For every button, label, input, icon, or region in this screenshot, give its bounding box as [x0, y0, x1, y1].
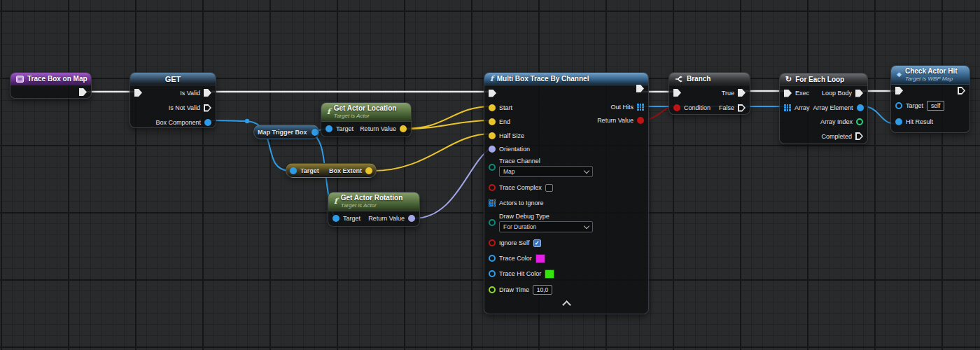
node-title: Get Actor Rotation — [341, 194, 403, 202]
draw-debug-type-pin[interactable] — [489, 219, 496, 226]
ignore-self-pin[interactable] — [489, 239, 496, 246]
reroute-node[interactable] — [245, 119, 249, 123]
variable-label: Map Trigger Box — [258, 129, 307, 136]
node-header[interactable]: Branch — [669, 73, 750, 85]
node-header[interactable]: ◆ Check Actor Hit Target is WBP Map — [891, 66, 969, 85]
trace-channel-pin[interactable] — [489, 164, 496, 171]
blueprint-graph-canvas[interactable]: Trace Box on Map GET Is Valid Is Not Val… — [0, 0, 980, 350]
pin-label-array-index: Array Index — [820, 118, 853, 125]
array-element-pin[interactable] — [857, 104, 864, 111]
array-index-pin[interactable] — [856, 118, 863, 125]
box-extent-target-pin[interactable] — [290, 167, 297, 174]
node-subtitle: Target is Actor — [334, 113, 397, 120]
node-header[interactable]: f Get Actor Rotation Target is Actor — [328, 192, 419, 211]
pin-label-trace-complex: Trace Complex — [499, 184, 542, 191]
actors-to-ignore-array-pin[interactable] — [489, 200, 496, 206]
half-size-pin[interactable] — [489, 132, 496, 139]
false-exec-out-pin[interactable] — [738, 104, 746, 112]
trace-complex-checkbox[interactable] — [545, 184, 553, 192]
target-pin[interactable] — [326, 125, 332, 132]
completed-exec-out-pin[interactable] — [855, 132, 863, 140]
node-for-each-loop[interactable]: ↻ For Each Loop Exec Loop Body Array Arr… — [779, 73, 868, 144]
pin-label-ignore-self: Ignore Self — [499, 239, 530, 246]
ignore-self-checkbox[interactable] — [533, 239, 541, 247]
exec-out-pin[interactable] — [636, 85, 644, 92]
map-trigger-box-out-pin[interactable] — [312, 129, 318, 136]
trace-channel-dropdown[interactable]: Map — [499, 166, 593, 177]
trace-hit-color-swatch[interactable] — [545, 270, 554, 279]
node-header[interactable]: f Multi Box Trace By Channel — [484, 73, 648, 85]
array-pin[interactable] — [784, 104, 791, 111]
node-header[interactable]: Trace Box on Map — [10, 73, 91, 85]
hit-result-pin[interactable] — [895, 118, 902, 125]
node-get[interactable]: GET Is Valid Is Not Valid Box Component — [130, 72, 216, 128]
pin-label-is-not-valid: Is Not Valid — [169, 104, 200, 111]
pin-label-array-element: Array Element — [813, 104, 853, 111]
exec-in-pin[interactable] — [134, 89, 142, 97]
exec-out-pin[interactable] — [958, 87, 965, 94]
orientation-pin[interactable] — [489, 146, 496, 153]
collapse-node-chevron-icon[interactable] — [562, 300, 571, 309]
function-diamond-icon: ◆ — [897, 71, 902, 78]
event-box-icon — [16, 76, 24, 83]
branch-icon — [675, 76, 683, 83]
node-title: GET — [165, 75, 181, 83]
pin-label-array: Array — [794, 104, 810, 111]
start-pin[interactable] — [489, 104, 496, 111]
condition-pin[interactable] — [673, 104, 680, 111]
node-map-trigger-box[interactable]: Map Trigger Box — [253, 125, 319, 139]
trace-color-pin[interactable] — [489, 255, 496, 262]
node-check-actor-hit[interactable]: ◆ Check Actor Hit Target is WBP Map Targ… — [890, 65, 970, 133]
pin-label-hit-result: Hit Result — [906, 118, 933, 125]
exec-in-pin[interactable] — [784, 90, 792, 97]
target-self-input[interactable]: self — [927, 101, 944, 111]
pin-label-trace-hit-color: Trace Hit Color — [499, 270, 541, 277]
pin-label-target: Target — [300, 167, 319, 174]
end-pin[interactable] — [489, 118, 496, 125]
return-value-pin[interactable] — [408, 215, 415, 222]
node-get-actor-location[interactable]: f Get Actor Location Target is Actor Tar… — [321, 102, 412, 137]
return-value-pin[interactable] — [400, 125, 407, 132]
node-header[interactable]: GET — [130, 73, 216, 85]
pin-label-trace-channel: Trace Channel — [499, 158, 593, 164]
out-hits-array-pin[interactable] — [637, 104, 644, 111]
target-pin[interactable] — [895, 102, 902, 109]
is-not-valid-exec-out-pin[interactable] — [204, 104, 211, 112]
pin-label-out-hits: Out Hits — [610, 104, 634, 111]
node-multi-box-trace-by-channel[interactable]: f Multi Box Trace By Channel Out Hits Re… — [484, 72, 649, 314]
pin-label-false: False — [719, 104, 734, 111]
node-branch[interactable]: Branch True Condition False — [668, 72, 750, 115]
pin-label-completed: Completed — [821, 133, 852, 140]
exec-out-pin[interactable] — [79, 88, 87, 96]
pin-label-is-valid: Is Valid — [180, 90, 200, 97]
return-value-pin[interactable] — [637, 117, 644, 124]
exec-in-pin[interactable] — [673, 89, 681, 97]
node-header[interactable]: f Get Actor Location Target is Actor — [321, 103, 411, 122]
draw-debug-type-value: For Duration — [503, 223, 536, 230]
pin-label-orientation: Orientation — [499, 146, 530, 153]
node-header[interactable]: ↻ For Each Loop — [780, 74, 867, 86]
target-pin[interactable] — [332, 215, 340, 222]
node-get-actor-rotation[interactable]: f Get Actor Rotation Target is Actor Tar… — [328, 192, 420, 227]
pin-label-half-size: Half Size — [499, 132, 524, 139]
node-title: Check Actor Hit — [905, 67, 958, 76]
exec-in-pin[interactable] — [895, 87, 903, 94]
exec-in-pin[interactable] — [489, 90, 496, 97]
box-component-pin[interactable] — [204, 119, 211, 126]
box-extent-out-pin[interactable] — [365, 167, 372, 174]
node-box-extent[interactable]: Target Box Extent — [286, 163, 377, 178]
pin-label-return-value: Return Value — [360, 125, 396, 132]
trace-hit-color-pin[interactable] — [489, 270, 496, 277]
trace-complex-pin[interactable] — [489, 184, 496, 191]
trace-color-swatch[interactable] — [536, 254, 545, 263]
draw-debug-type-dropdown[interactable]: For Duration — [499, 221, 593, 232]
node-trace-box-on-map[interactable]: Trace Box on Map — [10, 72, 92, 99]
function-icon: f — [490, 74, 493, 83]
pin-label-draw-time: Draw Time — [499, 286, 529, 293]
loop-body-exec-out-pin[interactable] — [855, 90, 863, 97]
pin-label-exec: Exec — [795, 90, 809, 97]
is-valid-exec-out-pin[interactable] — [204, 89, 211, 97]
draw-time-input[interactable]: 10,0 — [533, 285, 552, 295]
true-exec-out-pin[interactable] — [738, 89, 746, 97]
draw-time-pin[interactable] — [489, 286, 496, 293]
